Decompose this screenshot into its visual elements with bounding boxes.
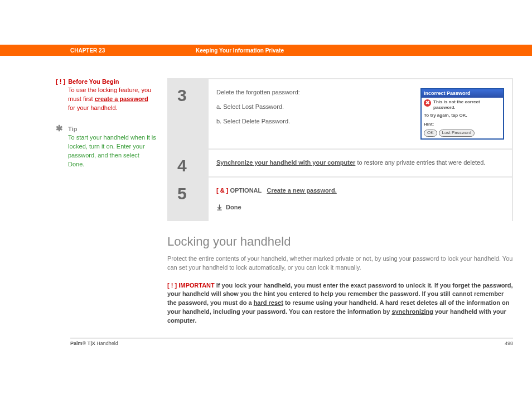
dialog-title-bar: Incorrect Password	[422, 89, 503, 98]
create-new-password-link[interactable]: Create a new password.	[267, 187, 336, 194]
step-number-cell: 4	[168, 150, 209, 176]
step-3b: b. Select Delete Password.	[216, 117, 413, 126]
step-3-body: Delete the forgotten password: a. Select…	[209, 79, 512, 148]
optional-marker: [ & ]	[216, 187, 228, 194]
page: CHAPTER 23 Keeping Your Information Priv…	[0, 0, 532, 356]
step-3-text: Delete the forgotten password: a. Select…	[216, 88, 413, 140]
done-row: Done	[216, 203, 504, 212]
suffix: Handheld	[95, 341, 118, 346]
steps-container: 3 Delete the forgotten password: a. Sele…	[167, 78, 513, 221]
content-area: [ ! ] Before You Begin To use the lockin…	[0, 56, 532, 325]
dialog-retry-text: To try again, tap OK.	[424, 112, 501, 119]
section-body: Protect the entire contents of your hand…	[167, 255, 513, 272]
text: to restore any private entries that were…	[355, 159, 485, 166]
create-password-link[interactable]: create a password	[95, 95, 148, 102]
done-label: Done	[226, 203, 241, 212]
synchronize-link[interactable]: Synchronize your handheld with your comp…	[216, 159, 355, 166]
step-4: 4 Synchronize your handheld with your co…	[168, 150, 512, 176]
synchronizing-link[interactable]: synchronizing	[391, 308, 433, 315]
before-you-begin-title: Before You Begin	[68, 78, 119, 85]
step-5: 5 [ & ] OPTIONAL Create a new password. …	[168, 178, 512, 221]
step-5-body: [ & ] OPTIONAL Create a new password. Do…	[209, 178, 512, 221]
error-icon: ✖	[424, 99, 431, 107]
dialog-body: ✖ This is not the correct password. To t…	[422, 98, 503, 138]
dialog-hint-label: Hint:	[424, 121, 501, 128]
asterisk-icon: ✱	[56, 123, 63, 133]
step-number-cell: 5	[168, 178, 209, 221]
tip-title: Tip	[68, 126, 77, 132]
down-arrow-icon	[216, 204, 223, 210]
before-you-begin-body: To use the locking feature, you must fir…	[68, 86, 156, 113]
optional-label: OPTIONAL	[230, 187, 262, 194]
incorrect-password-dialog: Incorrect Password ✖ This is not the cor…	[420, 88, 504, 140]
step-number: 4	[177, 156, 187, 175]
important-block: [ ! ] IMPORTANT If you lock your handhel…	[167, 281, 513, 326]
step-3: 3 Delete the forgotten password: a. Sele…	[168, 79, 512, 148]
ok-button[interactable]: OK	[424, 130, 437, 136]
chapter-header-bar: CHAPTER 23 Keeping Your Information Priv…	[0, 45, 532, 56]
tip-body: To start your handheld when it is locked…	[68, 133, 156, 169]
footer-brand: Palm® T|X Handheld	[70, 341, 118, 346]
step-4-body: Synchronize your handheld with your comp…	[209, 150, 512, 176]
step-number: 5	[177, 184, 187, 203]
main-column: 3 Delete the forgotten password: a. Sele…	[167, 78, 513, 325]
step-number: 3	[177, 86, 187, 105]
chapter-label: CHAPTER 23	[70, 47, 196, 54]
alert-icon: [ ! ]	[56, 78, 65, 85]
page-footer: Palm® T|X Handheld 498	[70, 338, 513, 356]
page-number: 498	[505, 341, 513, 346]
alert-icon: [ ! ]	[167, 282, 177, 289]
hard-reset-link[interactable]: hard reset	[254, 299, 283, 306]
brand-name: Palm	[70, 341, 83, 346]
section-title: Locking your handheld	[167, 234, 513, 249]
step-number-cell: 3	[168, 79, 209, 148]
dialog-message: This is not the correct password.	[433, 99, 501, 110]
model: T|X	[86, 341, 95, 346]
important-label: IMPORTANT	[178, 282, 215, 289]
text: for your handheld.	[68, 104, 118, 111]
sidebar: [ ! ] Before You Begin To use the lockin…	[56, 78, 167, 325]
tip-block: ✱ Tip To start your handheld when it is …	[56, 124, 156, 169]
before-you-begin-block: [ ! ] Before You Begin To use the lockin…	[56, 78, 156, 113]
dialog-buttons: OK Lost Password	[424, 130, 501, 136]
top-margin	[0, 0, 532, 45]
step-3a: a. Select Lost Password.	[216, 103, 413, 112]
lost-password-button[interactable]: Lost Password	[439, 130, 475, 136]
step-3-lead: Delete the forgotten password:	[216, 88, 413, 97]
chapter-title: Keeping Your Information Private	[196, 47, 284, 54]
